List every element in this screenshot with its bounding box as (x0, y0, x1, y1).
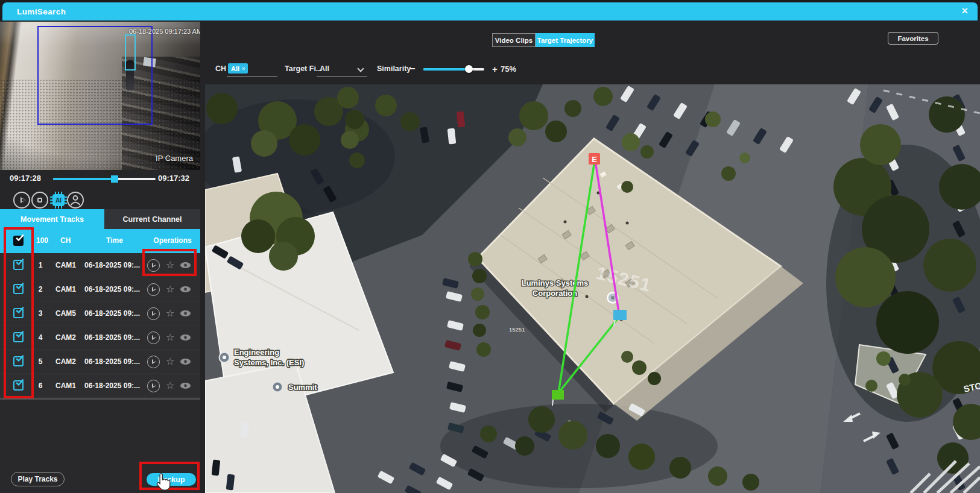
row-index: 3 (35, 309, 46, 318)
row-index: 2 (35, 285, 46, 294)
chevron-down-icon[interactable] (357, 65, 364, 72)
summit-label: Summit (288, 383, 317, 392)
result-count: 100 (36, 236, 48, 245)
row-channel: CAM2 (55, 333, 76, 342)
target-filter-value[interactable]: All (320, 64, 329, 73)
play-track-icon[interactable] (147, 283, 160, 296)
play-track-icon[interactable] (147, 356, 160, 368)
right-panel: Video Clips Target Trajectory Favorites … (200, 20, 980, 493)
row-time: 06-18-2025 09:... (84, 309, 140, 318)
header-operations: Operations (147, 236, 198, 245)
row-index: 6 (35, 382, 46, 390)
end-marker-letter: E (592, 155, 597, 164)
row-time: 06-18-2025 09:... (84, 357, 140, 366)
playback-controls: AI (0, 190, 200, 211)
favorites-button[interactable]: Favorites (888, 32, 938, 45)
remove-tag-icon[interactable]: × (242, 66, 245, 72)
ch-filter-tag[interactable]: All × (228, 63, 248, 74)
title-bar: LumiSearch × (2, 2, 978, 20)
esi-label-line1: Engineering (234, 348, 279, 357)
annotation-box-operations (142, 249, 197, 276)
timeline-progress (53, 178, 115, 180)
row-operations: ☆ (145, 283, 197, 296)
luminys-label-line1: Luminys Systems (522, 278, 589, 287)
tab-current-channel[interactable]: Current Channel (104, 209, 200, 229)
trajectory-map[interactable]: STOP 15251 15251 Luminys Systems Corpora… (205, 84, 980, 493)
stop-icon (37, 198, 42, 203)
row-index: 1 (35, 261, 46, 269)
mid-marker-flag (613, 310, 627, 320)
header-ch: CH (60, 236, 71, 245)
svg-text:AI: AI (55, 197, 62, 204)
row-index: 4 (35, 333, 46, 342)
row-time: 06-18-2025 09:... (84, 333, 140, 342)
luminys-label-line2: Corporation (533, 289, 577, 298)
timeline-end-time: 09:17:32 (158, 174, 189, 183)
favorite-star-icon[interactable]: ☆ (166, 283, 174, 295)
header-time: Time (90, 236, 139, 245)
left-tab-bar: Movement Tracks Current Channel (0, 209, 200, 229)
row-index: 5 (35, 357, 46, 366)
ch-filter-value: All (231, 65, 239, 72)
view-eye-icon[interactable] (180, 286, 191, 293)
playback-timeline: 09:17:28 09:17:32 (0, 170, 200, 188)
play-icon (21, 197, 26, 203)
row-channel: CAM2 (55, 357, 76, 366)
play-track-icon[interactable] (147, 380, 160, 392)
timeline-handle[interactable] (111, 175, 118, 183)
play-track-icon[interactable] (147, 307, 160, 320)
timeline-start-time: 09:17:28 (10, 174, 41, 183)
close-icon[interactable]: × (961, 5, 968, 17)
row-time: 06-18-2025 09:... (84, 261, 140, 269)
row-operations: ☆ (145, 355, 197, 368)
view-eye-icon[interactable] (180, 358, 191, 365)
window-title: LumiSearch (17, 7, 66, 16)
row-time: 06-18-2025 09:... (84, 382, 140, 390)
favorite-star-icon[interactable]: ☆ (166, 380, 174, 392)
stop-button[interactable] (31, 192, 48, 209)
preview-timestamp: 06-18-2025 09:17:23 AM (129, 28, 200, 35)
ch-input-underline[interactable] (227, 76, 277, 77)
favorite-star-icon[interactable]: ☆ (166, 356, 174, 368)
row-operations: ☆ (145, 379, 197, 392)
target-select-underline[interactable] (317, 76, 367, 77)
row-operations: ☆ (145, 307, 197, 320)
favorite-star-icon[interactable]: ☆ (166, 307, 174, 319)
play-tracks-button[interactable]: Play Tracks (11, 472, 65, 486)
app-window: LumiSearch × 06-18-2025 09:17:23 AM IP C… (0, 0, 980, 493)
similarity-minus-button[interactable]: − (409, 63, 415, 74)
row-operations: ☆ (145, 331, 197, 344)
ai-analysis-button[interactable]: AI (49, 191, 68, 209)
row-channel: CAM1 (55, 285, 76, 294)
start-marker-flag (552, 390, 564, 400)
similarity-value: 75% (501, 64, 516, 74)
similarity-slider-fill (423, 68, 469, 71)
mouse-cursor (156, 473, 171, 491)
timeline-track[interactable] (53, 178, 156, 180)
camera-preview[interactable]: 06-18-2025 09:17:23 AM IP Camera (0, 22, 200, 170)
person-detection-box (125, 34, 136, 71)
tab-video-clips[interactable]: Video Clips (492, 33, 536, 47)
target-filter-label: Target Fi... (285, 64, 322, 73)
annotation-box-checkboxes (4, 227, 34, 398)
similarity-plus-button[interactable]: + (492, 64, 498, 74)
play-button[interactable] (13, 192, 30, 209)
person-search-button[interactable] (67, 192, 84, 209)
view-eye-icon[interactable] (180, 310, 191, 317)
view-eye-icon[interactable] (180, 382, 191, 389)
similarity-slider-handle[interactable] (465, 65, 473, 73)
tab-movement-tracks[interactable]: Movement Tracks (0, 209, 104, 229)
row-channel: CAM1 (55, 382, 76, 390)
row-channel: CAM1 (55, 261, 76, 269)
address-number: 15251 (509, 326, 525, 333)
ch-filter-label: CH (215, 64, 226, 73)
person-search-icon (68, 193, 83, 207)
row-time: 06-18-2025 09:... (84, 285, 140, 294)
view-eye-icon[interactable] (180, 334, 191, 341)
tab-target-trajectory[interactable]: Target Trajectory (536, 33, 595, 47)
similarity-slider[interactable] (423, 68, 484, 71)
esi-label-line2: Systems, Inc. (ESI) (234, 358, 304, 367)
play-track-icon[interactable] (147, 331, 160, 344)
favorite-star-icon[interactable]: ☆ (166, 331, 174, 344)
row-channel: CAM5 (55, 309, 76, 318)
